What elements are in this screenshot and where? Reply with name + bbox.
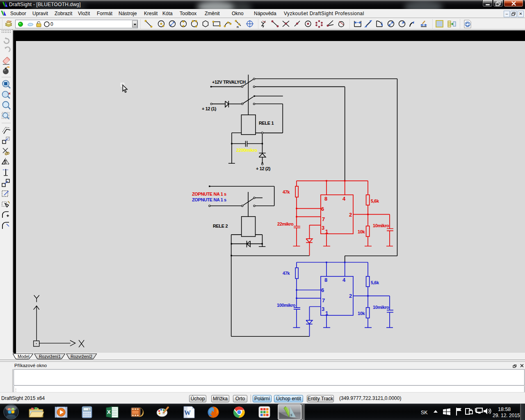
svg-text:s: s xyxy=(290,411,292,418)
svg-text:1: 1 xyxy=(325,310,328,316)
svg-text:8: 8 xyxy=(324,277,327,283)
svg-text:5,6k: 5,6k xyxy=(371,199,379,203)
svg-text:+ 12 (1): + 12 (1) xyxy=(202,106,217,111)
svg-text:4: 4 xyxy=(342,196,346,202)
svg-text:6: 6 xyxy=(321,206,324,212)
svg-text:4: 4 xyxy=(342,277,346,283)
svg-text:10k: 10k xyxy=(358,311,365,316)
svg-text:10mikro: 10mikro xyxy=(373,223,389,228)
svg-text:22mikro: 22mikro xyxy=(277,221,294,226)
svg-text:+12V TRVALYCH: +12V TRVALYCH xyxy=(212,80,246,84)
svg-text:ZOPNUTE NA 1 s: ZOPNUTE NA 1 s xyxy=(192,197,226,202)
svg-text:2: 2 xyxy=(349,293,352,299)
svg-text:3: 3 xyxy=(322,306,324,312)
svg-text:n: n xyxy=(237,25,239,29)
svg-text:18:58: 18:58 xyxy=(498,406,511,412)
svg-text:29. 12. 2015: 29. 12. 2015 xyxy=(493,413,520,418)
svg-text:X: X xyxy=(107,409,111,415)
svg-text:RELE 2: RELE 2 xyxy=(213,224,228,228)
svg-text:W: W xyxy=(184,409,191,416)
svg-text:47k: 47k xyxy=(283,189,290,194)
svg-text:7: 7 xyxy=(322,297,325,304)
svg-text:2200mikro: 2200mikro xyxy=(236,148,258,153)
svg-text:7: 7 xyxy=(322,216,325,222)
svg-text:3: 3 xyxy=(322,225,324,231)
svg-text:6: 6 xyxy=(321,287,324,293)
svg-text:Rozvržení2: Rozvržení2 xyxy=(71,354,92,359)
svg-text:5,6k: 5,6k xyxy=(371,280,379,285)
svg-text:+ 12 (2): + 12 (2) xyxy=(256,166,271,171)
svg-text:10mikro: 10mikro xyxy=(373,305,389,310)
svg-text:RELE 1: RELE 1 xyxy=(259,121,274,126)
svg-text:8: 8 xyxy=(324,196,327,202)
svg-text:1: 1 xyxy=(325,228,328,235)
svg-text:Rozvržení1: Rozvržení1 xyxy=(39,354,61,359)
svg-text:ZOPNUTE NA 1 s: ZOPNUTE NA 1 s xyxy=(192,192,226,196)
svg-text:47k: 47k xyxy=(283,271,290,276)
svg-text:2: 2 xyxy=(349,212,352,218)
svg-text:SK: SK xyxy=(421,410,428,415)
svg-text:100mikro: 100mikro xyxy=(277,303,296,308)
svg-text:10k: 10k xyxy=(358,229,365,234)
svg-text:Model: Model xyxy=(18,354,30,359)
